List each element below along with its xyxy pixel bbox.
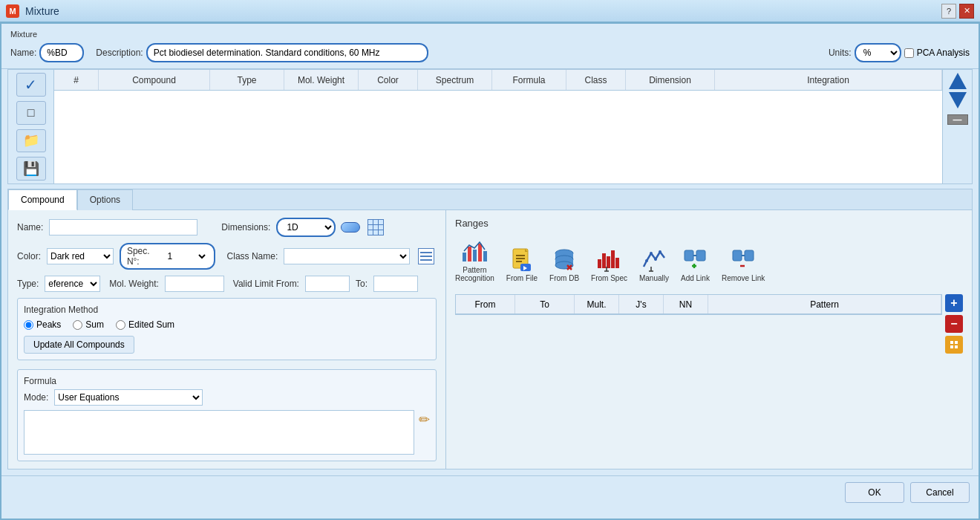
dimensions-select[interactable]: 1D 2D [276, 218, 336, 237]
dimensions-label: Dimensions: [221, 222, 270, 233]
ranges-add-button[interactable]: + [945, 294, 963, 312]
col-hash: # [54, 70, 99, 90]
help-button[interactable]: ? [941, 4, 956, 19]
save-button-sidebar[interactable]: 💾 [16, 157, 46, 181]
from-spec-tool[interactable]: From Spec [591, 246, 627, 282]
remove-link-icon [730, 246, 757, 273]
formula-mode-select[interactable]: User Equations Peak Integration Sum Inte… [54, 389, 203, 406]
col-color: Color [359, 70, 418, 90]
update-compounds-button[interactable]: Update All Compounds [24, 336, 134, 354]
list-icon-button[interactable] [416, 247, 437, 266]
ranges-col-js: J's [619, 295, 664, 313]
radio-edited-sum[interactable] [116, 320, 125, 330]
valid-limit-label: Valid Limit From: [233, 279, 299, 289]
close-button[interactable]: ✕ [959, 4, 974, 19]
formula-title: Formula [24, 376, 430, 386]
pattern-recognition-icon [461, 238, 488, 264]
scroll-up-button[interactable] [949, 73, 967, 89]
type-select[interactable]: eference Reference [45, 276, 100, 292]
spec-group: Spec. N°: [120, 243, 215, 270]
ok-button[interactable]: OK [845, 482, 904, 503]
col-spectrum: Spectrum [418, 70, 492, 90]
ranges-edit-button[interactable] [945, 336, 963, 354]
ranges-table: From To Mult. J's NN Pattern [455, 294, 942, 315]
manually-tool[interactable]: Manually [639, 246, 669, 282]
svg-point-26 [645, 259, 648, 262]
spec-dropdown[interactable] [193, 250, 208, 262]
radio-edited-sum-label: Edited Sum [116, 319, 174, 330]
add-link-label: Add Link [681, 274, 710, 282]
compound-name-input[interactable] [49, 219, 197, 235]
grid-body [54, 91, 942, 183]
radio-sum-text: Sum [85, 319, 104, 330]
svg-point-28 [654, 258, 657, 261]
name-input[interactable] [39, 43, 84, 62]
tab-compound[interactable]: Compound [8, 189, 77, 210]
integration-method-section: Integration Method Peaks Sum Edited S [17, 298, 437, 360]
scroll-down-button[interactable] [949, 92, 967, 108]
radio-group: Peaks Sum Edited Sum [24, 319, 430, 330]
folder-button[interactable]: 📁 [16, 129, 46, 153]
title-bar-left: M Mixture [6, 4, 59, 18]
description-input[interactable] [146, 43, 428, 62]
molweight-input[interactable] [165, 276, 224, 292]
add-link-tool[interactable]: Add Link [681, 246, 710, 282]
valid-limit-from-input[interactable] [305, 276, 350, 292]
color-label: Color: [17, 251, 41, 261]
ranges-remove-button[interactable]: − [945, 315, 963, 333]
formula-mode-row: Mode: User Equations Peak Integration Su… [24, 389, 430, 406]
radio-peaks[interactable] [24, 320, 33, 330]
ranges-toolbar: PatternRecognition [455, 238, 963, 282]
spec-label: Spec. N°: [127, 246, 165, 267]
checkmark-button[interactable]: ✓ [16, 73, 46, 97]
color-select[interactable]: Dark red Red Blue Green Black [47, 248, 114, 264]
integration-method-label: Integration Method [24, 305, 430, 315]
compound-grid-area: ✓ □ 📁 💾 # Compound Type Mol. Weight Colo… [7, 69, 973, 184]
minus-button[interactable]: — [947, 114, 968, 125]
pattern-recognition-label: PatternRecognition [455, 266, 494, 282]
edit-icon[interactable]: ✏ [419, 412, 430, 428]
col-molweight: Mol. Weight [284, 70, 359, 90]
remove-link-tool[interactable]: Remove Link [722, 246, 765, 282]
valid-limit-to-input[interactable] [373, 276, 418, 292]
left-panel: Name: Dimensions: 1D 2D [8, 210, 446, 469]
ranges-table-header: From To Mult. J's NN Pattern [456, 295, 941, 314]
capsule-icon-button[interactable] [340, 218, 361, 237]
svg-rect-20 [602, 253, 606, 268]
from-file-icon [509, 246, 535, 273]
pattern-recognition-tool[interactable]: PatternRecognition [455, 238, 494, 282]
class-select[interactable] [284, 248, 410, 264]
formula-textarea[interactable] [24, 410, 414, 455]
svg-rect-3 [478, 244, 482, 261]
header-fields: Name: Description: Units: % ppm mg/L PCA… [10, 43, 970, 62]
units-group: Units: % ppm mg/L PCA Analysis [829, 43, 970, 62]
ranges-title: Ranges [455, 218, 963, 229]
from-file-tool[interactable]: From File [506, 246, 538, 282]
name-group: Name: [10, 43, 84, 62]
from-db-tool[interactable]: From DB [549, 246, 579, 282]
svg-point-27 [650, 252, 653, 255]
grid-sidebar: ✓ □ 📁 💾 [8, 70, 54, 183]
svg-rect-23 [615, 258, 619, 268]
grid-nav-panel: — [942, 70, 972, 183]
col-compound: Compound [99, 70, 210, 90]
radio-sum[interactable] [73, 320, 82, 330]
spec-input[interactable] [168, 251, 190, 261]
cancel-button[interactable]: Cancel [910, 482, 970, 503]
bottom-section: Compound Options Name: Dimensions: 1D 2D [7, 189, 973, 469]
list-icon [418, 248, 434, 264]
col-class: Class [566, 70, 626, 90]
grid-icon-button[interactable] [365, 218, 386, 237]
svg-rect-9 [516, 261, 522, 262]
tab-options[interactable]: Options [77, 189, 133, 210]
compound-name-label: Name: [17, 222, 43, 233]
svg-rect-42 [955, 341, 958, 344]
pca-checkbox[interactable] [904, 48, 914, 58]
mixture-section: Mixture Name: Description: Units: % ppm … [1, 24, 979, 69]
title-bar: M Mixture ? ✕ [0, 0, 980, 22]
svg-rect-2 [473, 250, 477, 261]
square-button[interactable]: □ [16, 101, 46, 125]
right-panel: Ranges [446, 210, 972, 469]
ranges-col-to: To [515, 295, 575, 313]
units-select[interactable]: % ppm mg/L [855, 43, 901, 62]
